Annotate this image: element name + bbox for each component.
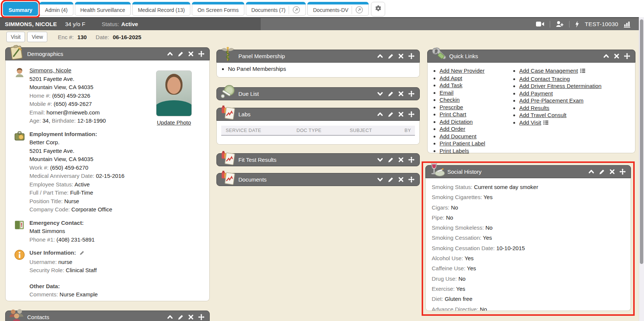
column-header[interactable]: SUBJECT bbox=[345, 128, 400, 133]
quick-link[interactable]: Add Task bbox=[440, 82, 462, 88]
quick-link[interactable]: Add Results bbox=[519, 105, 549, 111]
quick-link[interactable]: Add Pre-Placement Exam bbox=[519, 97, 584, 104]
column-header[interactable]: DOC TYPE bbox=[292, 128, 345, 133]
column-header[interactable]: SERVICE DATE bbox=[221, 128, 292, 133]
quick-link[interactable]: Add Payment bbox=[519, 90, 553, 97]
close-x-icon[interactable] bbox=[398, 177, 404, 182]
move-cross-icon[interactable] bbox=[619, 169, 626, 175]
edit-pencil-icon[interactable] bbox=[388, 91, 394, 97]
quick-link[interactable]: Add Travel Consult bbox=[519, 112, 567, 118]
edit-pencil-icon[interactable] bbox=[388, 177, 394, 183]
move-cross-icon[interactable] bbox=[408, 111, 415, 117]
close-x-icon[interactable] bbox=[609, 169, 615, 174]
close-x-icon[interactable] bbox=[188, 51, 194, 57]
quick-link[interactable]: Add Order bbox=[440, 126, 465, 132]
chart-id[interactable]: TEST-10030 bbox=[585, 21, 618, 28]
tab-documents-dv[interactable]: Documents-DV bbox=[307, 2, 369, 16]
edit-pencil-icon[interactable] bbox=[79, 249, 85, 258]
view-button[interactable]: View bbox=[27, 32, 47, 42]
scrollbar-thumb[interactable] bbox=[640, 19, 643, 264]
column-header[interactable]: BY bbox=[400, 128, 415, 133]
quick-link[interactable]: Print Labels bbox=[440, 148, 469, 154]
quick-link[interactable]: Prescribe bbox=[440, 104, 463, 110]
move-cross-icon[interactable] bbox=[624, 53, 630, 59]
tab-medical-record[interactable]: Medical Record (13) bbox=[132, 2, 190, 16]
quick-link[interactable]: Add Appt bbox=[440, 75, 462, 81]
bar-chart-icon[interactable] bbox=[624, 21, 631, 28]
move-cross-icon[interactable] bbox=[198, 51, 204, 57]
social-history-header[interactable]: Social History bbox=[425, 165, 631, 178]
collapse-chevron-icon[interactable] bbox=[377, 111, 383, 117]
close-x-icon[interactable] bbox=[614, 53, 619, 59]
due-list-header[interactable]: Due List bbox=[216, 87, 420, 100]
tab-summary[interactable]: Summary bbox=[3, 2, 38, 16]
collapse-chevron-icon[interactable] bbox=[167, 314, 173, 320]
menu-list-icon[interactable] bbox=[543, 120, 549, 127]
quick-link[interactable]: Email bbox=[440, 89, 454, 96]
quick-link[interactable]: Add Contact Tracing bbox=[519, 76, 570, 82]
tab-on-screen-forms[interactable]: On Screen Forms bbox=[192, 2, 244, 16]
collapse-chevron-icon[interactable] bbox=[603, 53, 609, 59]
collapse-chevron-icon[interactable] bbox=[377, 53, 383, 59]
edit-pencil-icon[interactable] bbox=[388, 53, 394, 59]
quick-link[interactable]: Add Visit bbox=[519, 119, 541, 126]
lightning-bolt-icon[interactable] bbox=[575, 21, 579, 28]
quick-link[interactable]: Print Chart bbox=[440, 111, 466, 117]
fit-test-results-header[interactable]: Fit Test Results bbox=[216, 153, 420, 166]
quick-link[interactable]: Add Dictation bbox=[440, 119, 473, 125]
documents-header[interactable]: Documents bbox=[216, 173, 420, 186]
vertical-scrollbar[interactable] bbox=[639, 17, 644, 321]
expand-chevron-icon[interactable] bbox=[377, 176, 383, 183]
move-cross-icon[interactable] bbox=[408, 157, 415, 163]
enc-number-label: Enc #: bbox=[58, 34, 74, 40]
quick-link[interactable]: Add Case Management bbox=[519, 67, 578, 74]
menu-list-icon[interactable] bbox=[580, 68, 586, 75]
settings-gear-icon bbox=[375, 5, 382, 13]
popout-arrow-icon[interactable] bbox=[352, 6, 363, 14]
close-x-icon[interactable] bbox=[398, 111, 404, 117]
expand-chevron-icon[interactable] bbox=[377, 157, 383, 163]
labs-header[interactable]: Labs bbox=[216, 108, 420, 121]
other-data-section: Other Data: Comments: Nurse Example bbox=[12, 282, 203, 299]
contacts-panel-header[interactable]: Contacts bbox=[5, 311, 210, 321]
demographics-panel-header[interactable]: Demographics bbox=[5, 47, 210, 60]
video-camera-icon[interactable] bbox=[536, 21, 544, 27]
quick-link[interactable]: Add New Provider bbox=[440, 67, 485, 74]
tab-health-surveillance[interactable]: Health Surveillance bbox=[75, 2, 131, 16]
close-x-icon[interactable] bbox=[398, 91, 404, 97]
update-photo-link[interactable]: Update Photo bbox=[157, 119, 191, 126]
patient-name-link[interactable]: Simmons, Nicole bbox=[29, 67, 72, 73]
panel-controls bbox=[588, 169, 626, 175]
tab-admin[interactable]: Admin (4) bbox=[39, 2, 73, 16]
collapse-chevron-icon[interactable] bbox=[588, 169, 594, 175]
move-cross-icon[interactable] bbox=[198, 314, 204, 320]
panel-controls bbox=[167, 314, 204, 320]
edit-pencil-icon[interactable] bbox=[388, 157, 394, 163]
expand-chevron-icon[interactable] bbox=[377, 91, 383, 97]
move-cross-icon[interactable] bbox=[408, 91, 415, 97]
collapse-chevron-icon[interactable] bbox=[167, 51, 173, 57]
quick-link[interactable]: Add Driver Fitness Determination bbox=[519, 83, 602, 89]
field-row: Medical Anniversary Date: 02-15-2016 bbox=[29, 172, 203, 180]
panel-membership-header[interactable]: Panel Membership bbox=[216, 50, 420, 63]
popout-arrow-icon[interactable] bbox=[289, 6, 300, 14]
quick-link[interactable]: Print Patient Label bbox=[440, 140, 485, 147]
quick-link[interactable]: Checkin bbox=[440, 97, 460, 103]
tab-documents[interactable]: Documents (7) bbox=[246, 2, 306, 16]
edit-pencil-icon[interactable] bbox=[599, 169, 605, 175]
quick-links-header[interactable]: Quick Links bbox=[427, 50, 635, 63]
edit-pencil-icon[interactable] bbox=[388, 111, 394, 117]
close-x-icon[interactable] bbox=[398, 53, 404, 59]
person-add-icon[interactable] bbox=[556, 21, 564, 27]
settings-gear-button[interactable] bbox=[371, 2, 385, 16]
empty-state-text: No Panel Memberships bbox=[228, 66, 419, 72]
quick-link[interactable]: Add Document bbox=[440, 133, 476, 139]
visit-button[interactable]: Visit bbox=[6, 32, 25, 42]
close-x-icon[interactable] bbox=[398, 157, 404, 163]
move-cross-icon[interactable] bbox=[408, 53, 415, 59]
edit-pencil-icon[interactable] bbox=[178, 314, 184, 320]
edit-pencil-icon[interactable] bbox=[178, 51, 184, 57]
close-x-icon[interactable] bbox=[188, 314, 194, 320]
move-cross-icon[interactable] bbox=[408, 176, 415, 183]
briefcase-icon bbox=[14, 130, 25, 142]
